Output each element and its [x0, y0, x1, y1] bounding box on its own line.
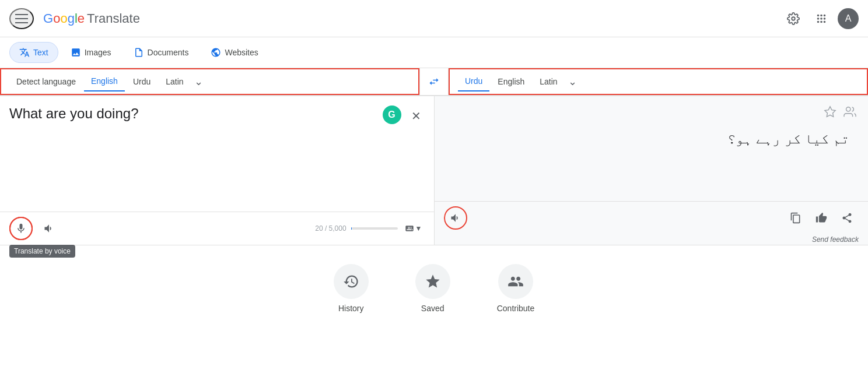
language-bars-row: Detect language English Urdu Latin ⌄ Urd… — [0, 68, 868, 96]
app-name-label: Translate — [87, 11, 140, 26]
target-lang-dropdown[interactable]: ⌄ — [566, 71, 579, 93]
swap-column — [419, 68, 449, 95]
char-count: 20 / 5,000 ▼ — [315, 220, 424, 237]
keyboard-icon — [405, 224, 414, 233]
history-icon-circle — [334, 264, 369, 299]
thumbs-up-button[interactable] — [810, 206, 833, 230]
logo: Google Translate — [43, 11, 140, 26]
save-translation-button[interactable] — [824, 105, 836, 121]
person-icon — [844, 105, 856, 118]
source-urdu-btn[interactable]: Urdu — [126, 72, 158, 91]
svg-point-0 — [792, 17, 795, 20]
image-icon — [71, 47, 81, 58]
apps-button[interactable] — [810, 7, 833, 30]
target-text-area: تم کیا کر رہے ہو؟ — [435, 96, 869, 201]
keyboard-dropdown-button[interactable]: ▼ — [402, 220, 425, 237]
copy-translation-button[interactable] — [784, 206, 807, 230]
history-label: History — [338, 304, 364, 313]
char-count-text: 20 / 5,000 — [315, 224, 346, 233]
history-icon — [343, 273, 359, 290]
speaker-icon — [43, 223, 55, 234]
send-feedback-link[interactable]: Send feedback — [435, 234, 869, 245]
microphone-button[interactable] — [9, 217, 33, 240]
copy-icon — [790, 212, 802, 224]
tab-text[interactable]: Text — [9, 42, 58, 63]
saved-label: Saved — [421, 304, 444, 313]
speak-translation-button[interactable] — [444, 206, 467, 230]
avatar[interactable]: A — [838, 8, 859, 29]
share-button[interactable] — [835, 206, 859, 230]
apps-icon — [815, 12, 828, 25]
svg-point-1 — [846, 107, 850, 111]
header-left: Google Translate — [9, 8, 140, 29]
swap-languages-button[interactable] — [422, 70, 446, 93]
swap-icon — [428, 76, 440, 87]
clear-input-button[interactable]: ✕ — [406, 105, 427, 126]
detect-language-btn[interactable]: Detect language — [9, 72, 83, 91]
person-btn[interactable] — [844, 105, 856, 120]
header: Google Translate A — [0, 0, 868, 37]
tab-documents-label: Documents — [148, 48, 189, 57]
tab-images[interactable]: Images — [61, 42, 121, 63]
target-panel-bottom — [435, 201, 869, 234]
star-saved-icon — [425, 273, 441, 290]
thumbs-up-icon — [816, 212, 827, 224]
settings-button[interactable] — [782, 7, 805, 30]
history-item[interactable]: History — [334, 264, 369, 313]
speaker-icon — [450, 212, 461, 224]
logo-text: Google — [43, 11, 85, 26]
source-lang-dropdown[interactable]: ⌄ — [192, 71, 205, 93]
mic-wrapper: Translate by voice — [9, 217, 33, 240]
saved-icon-circle — [415, 264, 450, 299]
text-panels: What are you doing? G ✕ Translate by voi… — [0, 96, 868, 245]
globe-icon — [211, 47, 221, 58]
header-right: A — [782, 7, 859, 30]
tab-websites-label: Websites — [225, 48, 258, 57]
target-language-bar: Urdu English Latin ⌄ — [449, 68, 868, 95]
contribute-icon — [508, 273, 524, 290]
microphone-icon — [15, 223, 27, 234]
contribute-icon-circle — [498, 264, 533, 299]
translated-text: تم کیا کر رہے ہو؟ — [444, 121, 859, 156]
main-area: Detect language English Urdu Latin ⌄ Urd… — [0, 68, 868, 96]
translate-icon — [19, 47, 30, 58]
source-text-area: What are you doing? G ✕ — [0, 96, 434, 212]
target-english-btn[interactable]: English — [491, 72, 531, 91]
share-icon — [841, 212, 853, 224]
tabs-bar: Text Images Documents Websites — [0, 37, 868, 68]
target-latin-btn[interactable]: Latin — [533, 72, 564, 91]
source-panel: What are you doing? G ✕ Translate by voi… — [0, 96, 435, 245]
source-input[interactable]: What are you doing? — [9, 105, 372, 202]
tab-websites[interactable]: Websites — [201, 42, 268, 63]
char-progress-bar — [351, 227, 398, 230]
source-english-btn[interactable]: English — [84, 72, 125, 92]
source-panel-bottom: Translate by voice 20 / 5,000 ▼ — [0, 212, 434, 245]
star-icon — [824, 105, 836, 118]
tab-images-label: Images — [85, 48, 111, 57]
contribute-item[interactable]: Contribute — [497, 264, 535, 313]
menu-button[interactable] — [9, 8, 34, 29]
bottom-section: History Saved Contribute — [0, 245, 868, 332]
tab-text-label: Text — [33, 48, 48, 57]
document-icon — [134, 47, 144, 58]
grammarly-button[interactable]: G — [383, 105, 401, 124]
target-urdu-btn[interactable]: Urdu — [458, 72, 489, 92]
tab-documents[interactable]: Documents — [124, 42, 199, 63]
source-latin-btn[interactable]: Latin — [159, 72, 190, 91]
saved-item[interactable]: Saved — [415, 264, 450, 313]
target-panel: تم کیا کر رہے ہو؟ — [435, 96, 869, 245]
gear-icon — [787, 12, 800, 25]
translation-actions — [784, 206, 859, 230]
speak-source-button[interactable] — [37, 217, 61, 240]
contribute-label: Contribute — [497, 304, 535, 313]
source-language-bar: Detect language English Urdu Latin ⌄ — [0, 68, 419, 95]
